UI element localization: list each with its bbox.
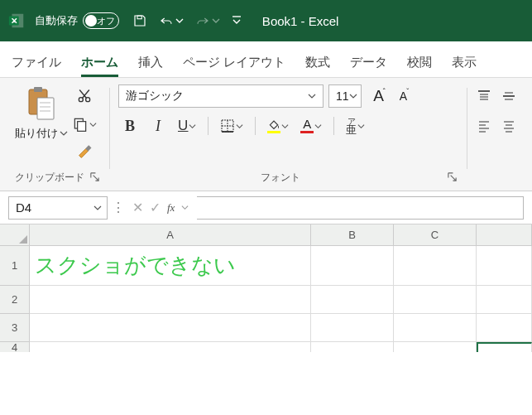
cell-D4-active[interactable] <box>477 342 532 352</box>
cell-B2[interactable] <box>311 286 394 314</box>
chevron-down-icon <box>175 17 184 25</box>
font-color-button[interactable]: A <box>300 116 322 136</box>
tab-insert[interactable]: 挿入 <box>138 46 163 77</box>
chevron-down-icon <box>189 123 196 130</box>
chevron-down-icon <box>90 204 105 212</box>
chevron-down-icon <box>60 129 68 138</box>
group-separator <box>467 88 467 169</box>
customize-qat-button[interactable] <box>232 15 242 27</box>
fill-color-button[interactable] <box>267 116 289 136</box>
tab-review[interactable]: 校閲 <box>407 46 432 77</box>
row-header-2[interactable]: 2 <box>0 286 30 314</box>
document-title: Book1 - Excel <box>262 14 339 28</box>
scissors-icon <box>76 88 93 104</box>
clipboard-dialog-launcher[interactable] <box>89 171 101 183</box>
cell-D2[interactable] <box>477 286 532 314</box>
cell-A4[interactable] <box>30 342 311 352</box>
undo-button[interactable] <box>159 13 184 28</box>
ribbon-tabs: ファイル ホーム 挿入 ページ レイアウト 数式 データ 校閲 表示 <box>0 41 532 78</box>
cell-C2[interactable] <box>394 286 477 314</box>
group-alignment <box>469 83 524 189</box>
font-group-label: フォント <box>118 171 442 185</box>
cell-B4[interactable] <box>311 342 394 352</box>
insert-function-button[interactable]: fx <box>167 201 175 215</box>
svg-rect-15 <box>78 122 86 132</box>
paste-button[interactable]: 貼り付け <box>15 84 68 141</box>
chevron-down-icon <box>357 123 365 130</box>
select-all-corner[interactable] <box>0 224 30 246</box>
grow-font-button[interactable]: Aˆ <box>370 86 390 106</box>
cell-C4[interactable] <box>394 342 477 352</box>
cell-C1[interactable] <box>394 246 477 286</box>
quick-access-toolbar <box>132 13 242 28</box>
autosave-state: オフ <box>97 15 115 27</box>
enter-formula-button[interactable]: ✓ <box>150 200 161 215</box>
formula-input[interactable] <box>197 196 524 220</box>
cell-C3[interactable] <box>394 314 477 342</box>
clipboard-group-label: クリップボード <box>15 171 84 185</box>
column-header-C[interactable]: C <box>394 224 477 246</box>
cell-A3[interactable] <box>30 314 311 342</box>
group-separator <box>109 88 110 169</box>
italic-button[interactable]: I <box>150 116 166 136</box>
cell-B3[interactable] <box>311 314 394 342</box>
chevron-down-icon <box>349 92 357 100</box>
cancel-formula-button[interactable]: ✕ <box>132 200 143 215</box>
clipboard-paste-icon <box>24 84 59 124</box>
font-dialog-launcher[interactable] <box>447 171 458 183</box>
cell-D1[interactable] <box>477 246 532 286</box>
cell-B1[interactable] <box>311 246 394 286</box>
redo-button[interactable] <box>195 13 220 28</box>
svg-rect-6 <box>37 98 54 119</box>
autosave-toggle[interactable]: オフ <box>83 12 119 29</box>
font-size-value: 11 <box>336 89 349 103</box>
separator <box>208 117 208 135</box>
chevron-down-icon <box>212 17 220 25</box>
align-left-button[interactable] <box>476 116 492 136</box>
row-header-1[interactable]: 1 <box>0 246 30 286</box>
tab-page-layout[interactable]: ページ レイアウト <box>183 46 285 77</box>
borders-button[interactable] <box>220 116 243 136</box>
row-header-4[interactable]: 4 <box>0 342 30 352</box>
tab-formulas[interactable]: 数式 <box>305 46 330 77</box>
name-box-value: D4 <box>16 200 31 215</box>
shrink-font-button[interactable]: Aˇ <box>395 86 415 106</box>
align-top-button[interactable] <box>476 86 492 106</box>
tab-home[interactable]: ホーム <box>81 46 118 77</box>
separator <box>255 117 256 135</box>
phonetic-guide-button[interactable]: ア 亜 <box>346 116 365 136</box>
column-header-D[interactable] <box>477 224 532 246</box>
name-box[interactable]: D4 <box>8 196 108 220</box>
cell-A2[interactable] <box>30 286 311 314</box>
tab-data[interactable]: データ <box>350 46 387 77</box>
cut-button[interactable] <box>74 86 94 106</box>
cell-A1[interactable]: スクショができない <box>30 246 311 286</box>
cell-D3[interactable] <box>477 314 532 342</box>
underline-button[interactable]: U <box>178 116 196 136</box>
font-size-select[interactable]: 11 <box>328 84 362 108</box>
bold-button[interactable]: B <box>122 116 138 136</box>
align-middle-button[interactable] <box>501 86 517 106</box>
fill-color-bar <box>267 131 280 133</box>
format-painter-button[interactable] <box>74 142 94 162</box>
copy-button[interactable] <box>74 114 94 134</box>
excel-app-icon <box>7 11 26 31</box>
tab-view[interactable]: 表示 <box>452 46 477 77</box>
column-header-B[interactable]: B <box>311 224 394 246</box>
paint-bucket-icon <box>267 118 280 130</box>
font-color-bar <box>300 131 314 133</box>
column-header-A[interactable]: A <box>30 224 311 246</box>
font-name-select[interactable]: 游ゴシック <box>118 84 324 108</box>
align-center-button[interactable] <box>501 116 517 136</box>
row-header-3[interactable]: 3 <box>0 314 30 342</box>
drag-handle-icon[interactable]: ⋮ <box>113 200 124 215</box>
align-left-icon <box>477 118 491 133</box>
font-name-value: 游ゴシック <box>126 89 184 104</box>
group-font: 游ゴシック 11 Aˆ Aˇ B I U <box>112 83 465 189</box>
save-button[interactable] <box>132 13 147 28</box>
tab-file[interactable]: ファイル <box>12 46 61 77</box>
ribbon: 貼り付け クリップボード <box>0 78 532 191</box>
chevron-down-icon <box>314 123 322 130</box>
autosave-control[interactable]: 自動保存 オフ <box>35 12 119 29</box>
autosave-label: 自動保存 <box>35 13 78 28</box>
